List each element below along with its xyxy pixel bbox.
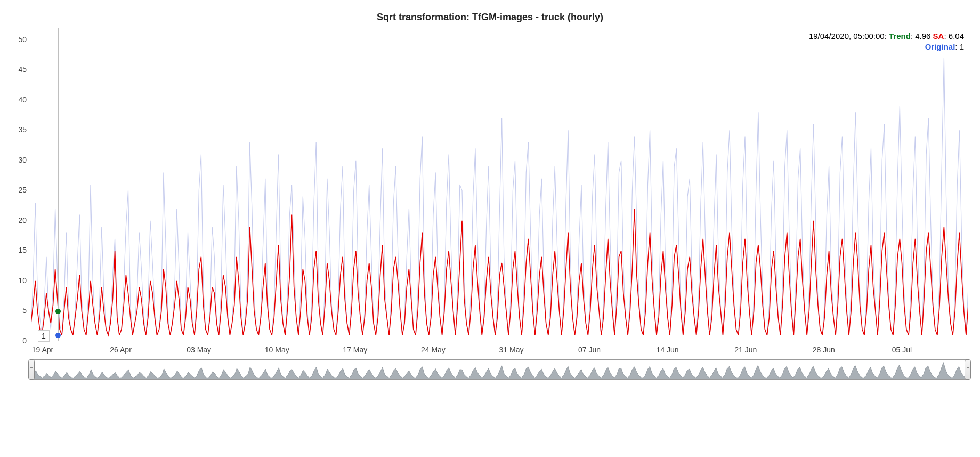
x-tick: 19 Apr (32, 346, 53, 354)
range-handle-right[interactable] (965, 359, 971, 380)
y-tick: 30 (0, 156, 27, 164)
x-tick: 28 Jun (813, 346, 835, 354)
x-tick: 05 Jul (892, 346, 912, 354)
y-tick: 25 (0, 186, 27, 194)
plot-area[interactable] (31, 28, 968, 341)
hover-cursor-line (58, 28, 59, 341)
hover-point-trend (55, 309, 61, 314)
x-tick: 14 Jun (657, 346, 679, 354)
x-tick: 03 May (187, 346, 211, 354)
x-tick: 26 Apr (110, 346, 131, 354)
x-tick: 17 May (343, 346, 367, 354)
range-handle-left[interactable] (28, 359, 35, 380)
y-tick: 10 (0, 276, 27, 285)
hover-point-original (55, 333, 61, 338)
y-tick: 5 (0, 306, 27, 315)
range-navigator[interactable] (31, 359, 968, 380)
y-tick: 40 (0, 95, 27, 104)
x-tick: 24 May (421, 346, 446, 354)
hover-tooltip: 1 (38, 330, 50, 342)
y-tick: 15 (0, 246, 27, 254)
x-tick: 10 May (265, 346, 289, 354)
y-tick: 35 (0, 125, 27, 134)
y-tick: 0 (0, 336, 27, 345)
y-tick: 20 (0, 216, 27, 225)
y-tick: 45 (0, 65, 27, 74)
y-tick: 50 (0, 35, 27, 44)
x-tick: 07 Jun (578, 346, 601, 354)
x-tick: 31 May (499, 346, 524, 354)
x-tick: 21 Jun (734, 346, 757, 354)
chart-title: Sqrt transformation: TfGM-images - truck… (0, 12, 980, 23)
